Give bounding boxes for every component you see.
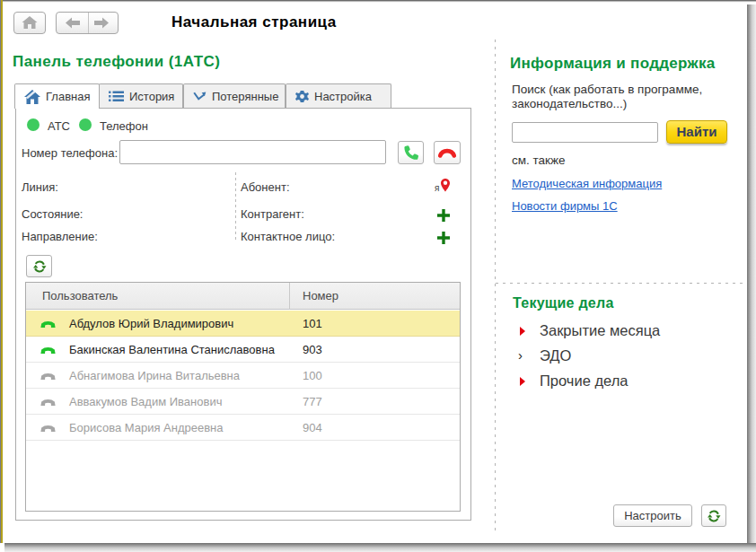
- svg-text:я: я: [435, 183, 439, 193]
